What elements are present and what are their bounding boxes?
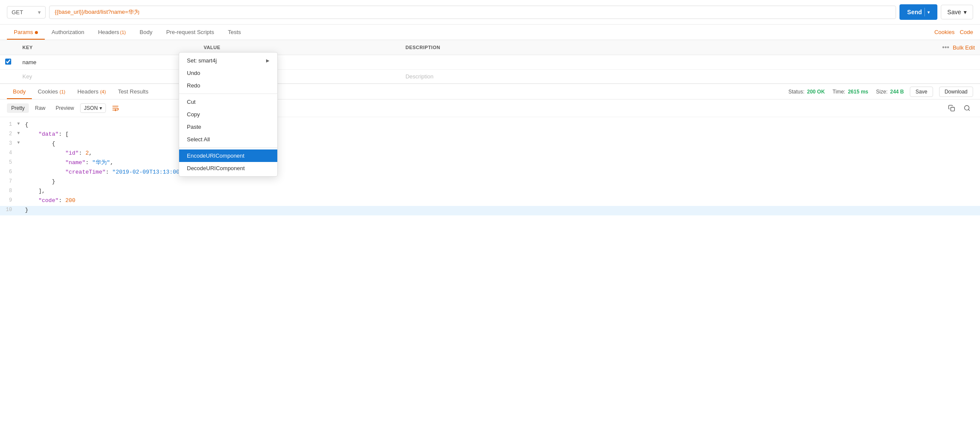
ctx-redo[interactable]: Redo bbox=[179, 79, 277, 92]
code-link[interactable]: Code bbox=[960, 29, 973, 35]
tab-authorization[interactable]: Authorization bbox=[45, 25, 91, 40]
tab-tests[interactable]: Tests bbox=[221, 25, 248, 40]
cookies-link[interactable]: Cookies bbox=[934, 29, 955, 35]
time-value: 2615 ms bbox=[848, 89, 868, 95]
format-select[interactable]: JSON ▾ bbox=[80, 103, 106, 113]
params-dot bbox=[35, 31, 38, 34]
response-download-button[interactable]: Download bbox=[939, 87, 973, 97]
fmt-tab-raw[interactable]: Raw bbox=[31, 103, 50, 113]
resp-tab-headers[interactable]: Headers (4) bbox=[71, 84, 112, 99]
search-icon[interactable] bbox=[961, 102, 973, 114]
response-section: Body Cookies (1) Headers (4) Test Result… bbox=[0, 84, 980, 448]
response-tabs-bar: Body Cookies (1) Headers (4) Test Result… bbox=[0, 84, 980, 100]
json-line-5: 5 "name": "华为", bbox=[0, 159, 980, 168]
json-line-9: 9 "code": 200 bbox=[0, 196, 980, 206]
status-value: 200 OK bbox=[807, 89, 825, 95]
response-status-bar: Status: 200 OK Time: 2615 ms Size: 244 B… bbox=[788, 87, 973, 97]
params-table: KEY VALUE DESCRIPTION ••• Bulk Edit bbox=[0, 40, 980, 84]
ctx-cut[interactable]: Cut bbox=[179, 96, 277, 108]
params-section: KEY VALUE DESCRIPTION ••• Bulk Edit bbox=[0, 40, 980, 84]
context-menu: Set: smart4j ▶ Undo Redo Cut Copy Paste … bbox=[179, 52, 278, 177]
param-row-1: name bbox=[0, 55, 980, 70]
tabs-right-actions: Cookies Code bbox=[934, 29, 973, 35]
method-value: GET bbox=[12, 9, 23, 16]
more-options-button[interactable]: ••• bbox=[942, 44, 949, 51]
ctx-select-all[interactable]: Select All bbox=[179, 133, 277, 146]
tab-pre-request[interactable]: Pre-request Scripts bbox=[159, 25, 221, 40]
json-editor-container: 1 ▼ { 2 ▼ "data": [ 3 ▼ { 4 bbox=[0, 117, 980, 448]
json-editor[interactable]: 1 ▼ { 2 ▼ "data": [ 3 ▼ { 4 bbox=[0, 117, 980, 219]
ctx-arrow-icon: ▶ bbox=[266, 58, 270, 63]
top-bar: GET ▾ Send ▾ Save ▾ bbox=[0, 0, 980, 25]
col-value: VALUE bbox=[204, 45, 220, 50]
send-divider bbox=[924, 8, 925, 16]
fmt-tab-pretty[interactable]: Pretty bbox=[7, 103, 29, 113]
json-line-3: 3 ▼ { bbox=[0, 140, 980, 149]
json-line-1: 1 ▼ { bbox=[0, 121, 980, 130]
method-select[interactable]: GET ▾ bbox=[7, 6, 46, 19]
ctx-undo[interactable]: Undo bbox=[179, 67, 277, 79]
json-line-8: 8 ], bbox=[0, 187, 980, 196]
svg-point-3 bbox=[964, 106, 969, 110]
tab-body[interactable]: Body bbox=[133, 25, 159, 40]
ctx-encode-uri[interactable]: EncodeURIComponent bbox=[179, 149, 277, 162]
method-chevron-icon: ▾ bbox=[38, 9, 41, 16]
param-checkbox-1[interactable] bbox=[5, 59, 11, 65]
svg-rect-2 bbox=[951, 107, 955, 111]
toggle-2[interactable]: ▼ bbox=[17, 130, 23, 137]
format-bar: Pretty Raw Preview JSON ▾ bbox=[0, 100, 980, 117]
send-button[interactable]: Send ▾ bbox=[899, 4, 937, 20]
ctx-set-smart4j[interactable]: Set: smart4j ▶ bbox=[179, 54, 277, 67]
format-chevron-icon: ▾ bbox=[99, 105, 102, 111]
col-description: DESCRIPTION bbox=[406, 45, 440, 50]
request-tabs: Params Authorization Headers(1) Body Pre… bbox=[0, 25, 980, 40]
save-button[interactable]: Save ▾ bbox=[941, 5, 973, 19]
json-line-4: 4 "id": 2, bbox=[0, 149, 980, 159]
param-row-new: Key Description bbox=[0, 70, 980, 84]
col-key: KEY bbox=[22, 45, 33, 50]
send-chevron-icon: ▾ bbox=[927, 10, 930, 15]
param-desc-placeholder: Description bbox=[406, 73, 434, 80]
json-line-2: 2 ▼ "data": [ bbox=[0, 130, 980, 140]
format-bar-right bbox=[946, 102, 973, 114]
fmt-tab-preview[interactable]: Preview bbox=[51, 103, 78, 113]
wrap-button[interactable] bbox=[109, 102, 121, 114]
size-value: 244 B bbox=[890, 89, 904, 95]
resp-tab-body[interactable]: Body bbox=[7, 84, 32, 99]
param-key-placeholder: Key bbox=[22, 73, 32, 80]
copy-icon[interactable] bbox=[946, 102, 958, 114]
resp-tab-test-results[interactable]: Test Results bbox=[112, 84, 155, 99]
response-save-button[interactable]: Save bbox=[910, 87, 933, 97]
ctx-divider-2 bbox=[179, 147, 277, 148]
resp-tab-cookies[interactable]: Cookies (1) bbox=[32, 84, 71, 99]
svg-line-4 bbox=[968, 109, 970, 111]
toggle-1[interactable]: ▼ bbox=[17, 121, 23, 128]
tab-headers[interactable]: Headers(1) bbox=[91, 25, 133, 40]
ctx-decode-uri[interactable]: DecodeURIComponent bbox=[179, 162, 277, 174]
ctx-copy[interactable]: Copy bbox=[179, 108, 277, 121]
save-chevron-icon: ▾ bbox=[964, 9, 967, 16]
bulk-edit-button[interactable]: Bulk Edit bbox=[953, 44, 975, 51]
tab-params[interactable]: Params bbox=[7, 25, 45, 40]
param-key-1: name bbox=[22, 59, 37, 65]
ctx-divider-1 bbox=[179, 93, 277, 94]
json-line-7: 7 } bbox=[0, 177, 980, 187]
json-line-6: 6 "createTime": "2019-02-09T13:13:00.000… bbox=[0, 168, 980, 177]
app-layout: GET ▾ Send ▾ Save ▾ Params Authorization… bbox=[0, 0, 980, 448]
json-line-10: 10 } bbox=[0, 206, 980, 215]
url-input[interactable] bbox=[49, 6, 896, 19]
ctx-paste[interactable]: Paste bbox=[179, 121, 277, 133]
toggle-3[interactable]: ▼ bbox=[17, 140, 23, 146]
